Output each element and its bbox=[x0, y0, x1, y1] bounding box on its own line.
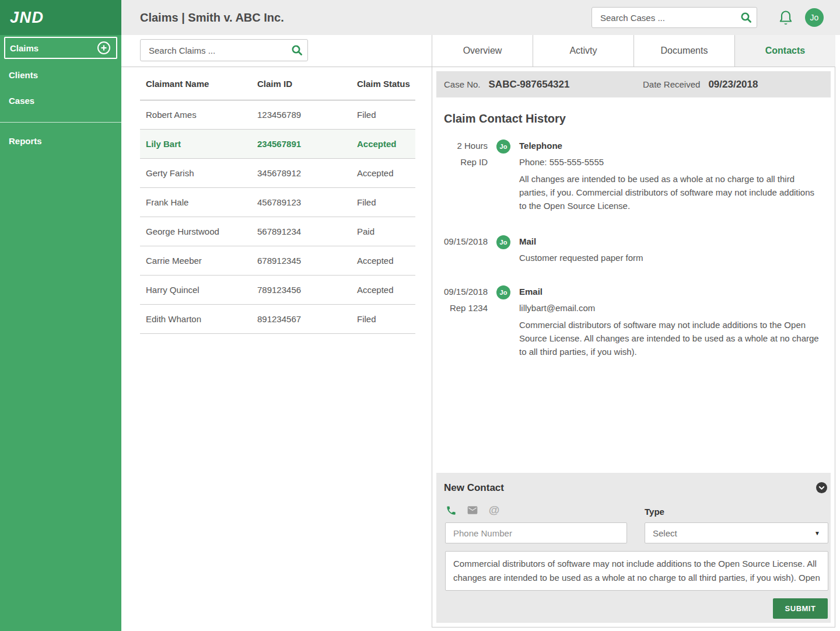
entry-content: TelephonePhone: 555-555-5555All changes … bbox=[519, 140, 826, 212]
collapse-chevron-icon[interactable] bbox=[816, 482, 827, 493]
contact-type: Mail bbox=[519, 235, 826, 248]
claims-search-row bbox=[121, 35, 432, 67]
entry-content: MailCustomer requested paper form bbox=[519, 235, 826, 263]
claimant-name-cell: Gerty Farish bbox=[140, 168, 251, 178]
contact-note: All changes are intended to be used as a… bbox=[519, 172, 824, 212]
user-avatar[interactable]: Jo bbox=[805, 8, 824, 27]
claim-status-cell: Accepted bbox=[351, 168, 415, 178]
entry-meta: 09/15/2018Rep 1234 bbox=[444, 285, 488, 358]
logo-area: JND bbox=[0, 0, 121, 35]
case-number: SABC-987654321 bbox=[489, 79, 570, 90]
claim-status-cell: Accepted bbox=[351, 256, 415, 266]
sidebar-item-reports[interactable]: Reports bbox=[0, 136, 121, 146]
date-received-label: Date Received bbox=[643, 79, 700, 89]
case-info-bar: Case No. SABC-987654321 Date Received 09… bbox=[436, 71, 831, 97]
case-no-label: Case No. bbox=[444, 79, 481, 89]
jnd-logo: JND bbox=[10, 9, 44, 27]
caret-down-icon: ▼ bbox=[814, 530, 820, 536]
claimant-name-cell: George Hurstwood bbox=[140, 226, 251, 236]
avatar: Jo bbox=[496, 285, 510, 299]
tab-documents[interactable]: Documents bbox=[634, 35, 734, 67]
entry-content: Emaillillybart@email.comCommercial distr… bbox=[519, 285, 826, 358]
new-contact-title: New Contact bbox=[444, 482, 504, 494]
claim-contact-history: Claim Contact History 2 HoursRep IDJoTel… bbox=[444, 112, 826, 381]
claim-status-cell: Filed bbox=[351, 110, 415, 120]
claim-id-cell: 345678912 bbox=[251, 168, 351, 178]
type-label: Type bbox=[645, 507, 664, 517]
claim-id-cell: 678912345 bbox=[251, 256, 351, 266]
entry-rep-id: Rep 1234 bbox=[444, 303, 488, 313]
contact-type: Email bbox=[519, 285, 826, 298]
entry-time: 09/15/2018 bbox=[444, 235, 488, 248]
search-icon[interactable] bbox=[286, 44, 307, 57]
claim-id-cell: 789123456 bbox=[251, 285, 351, 295]
claimant-name-cell: Frank Hale bbox=[140, 197, 251, 207]
claim-status-cell: Filed bbox=[351, 197, 415, 207]
contact-message-textarea[interactable]: Commercial distributors of software may … bbox=[445, 551, 828, 591]
table-row[interactable]: Frank Hale456789123Filed bbox=[140, 188, 415, 217]
claimant-name-cell: Edith Wharton bbox=[140, 314, 251, 324]
claimant-name-cell: Lily Bart bbox=[140, 139, 251, 149]
search-icon[interactable] bbox=[736, 11, 757, 24]
tab-overview[interactable]: Overview bbox=[432, 35, 533, 67]
contact-history-list: 2 HoursRep IDJoTelephonePhone: 555-555-5… bbox=[444, 140, 826, 358]
sidebar-item-claims[interactable]: Claims bbox=[4, 37, 117, 59]
claims-panel: Claimant NameClaim IDClaim Status Robert… bbox=[121, 35, 432, 631]
add-claim-icon[interactable] bbox=[97, 41, 111, 55]
date-received-value: 09/23/2018 bbox=[708, 79, 758, 90]
column-header: Claim ID bbox=[251, 79, 351, 89]
claim-id-cell: 891234567 bbox=[251, 314, 351, 324]
tab-contacts[interactable]: Contacts bbox=[734, 35, 835, 67]
claims-table: Claimant NameClaim IDClaim Status Robert… bbox=[140, 67, 415, 334]
at-icon[interactable]: @ bbox=[488, 504, 500, 516]
tab-bar: OverviewActivtyDocumentsContacts bbox=[432, 35, 835, 67]
notifications-bell-icon[interactable] bbox=[777, 9, 794, 27]
contact-type: Telephone bbox=[519, 140, 826, 152]
phone-number-input[interactable] bbox=[445, 522, 627, 543]
claimant-name-cell: Robert Ames bbox=[140, 110, 251, 120]
history-entry: 2 HoursRep IDJoTelephonePhone: 555-555-5… bbox=[444, 140, 826, 212]
claim-status-cell: Accepted bbox=[351, 139, 415, 149]
section-title: Claim Contact History bbox=[444, 112, 826, 125]
avatar: Jo bbox=[496, 235, 510, 249]
column-header: Claimant Name bbox=[140, 79, 251, 89]
claims-table-body: Robert Ames123456789FiledLily Bart234567… bbox=[140, 100, 415, 334]
claims-table-header: Claimant NameClaim IDClaim Status bbox=[140, 67, 415, 100]
search-cases-input[interactable] bbox=[592, 13, 736, 23]
table-row[interactable]: Edith Wharton891234567Filed bbox=[140, 305, 415, 334]
mail-icon[interactable] bbox=[467, 504, 478, 516]
submit-button[interactable]: SUBMIT bbox=[773, 598, 828, 619]
history-entry: 09/15/2018Rep 1234JoEmaillillybart@email… bbox=[444, 285, 826, 358]
column-header: Claim Status bbox=[351, 79, 415, 89]
contact-method-icons: @ bbox=[445, 504, 500, 516]
table-row[interactable]: Lily Bart234567891Accepted bbox=[140, 130, 415, 159]
claim-status-cell: Filed bbox=[351, 314, 415, 324]
tab-activty[interactable]: Activty bbox=[533, 35, 634, 67]
entry-time: 09/15/2018 bbox=[444, 285, 488, 298]
entry-rep-id: Rep ID bbox=[444, 157, 488, 167]
entry-time: 2 Hours bbox=[444, 140, 488, 152]
sidebar: JND Claims Clients Cases Reports bbox=[0, 0, 121, 631]
phone-icon[interactable] bbox=[445, 504, 457, 516]
history-entry: 09/15/2018JoMailCustomer requested paper… bbox=[444, 235, 826, 263]
claim-status-cell: Accepted bbox=[351, 285, 415, 295]
sidebar-item-cases[interactable]: Cases bbox=[0, 96, 121, 106]
search-claims-input[interactable] bbox=[141, 46, 286, 55]
new-contact-section: New Contact @ Type S bbox=[436, 473, 831, 623]
contact-detail-panel: Case No. SABC-987654321 Date Received 09… bbox=[432, 67, 835, 627]
sidebar-item-label: Claims bbox=[10, 43, 38, 53]
search-claims-box bbox=[140, 39, 308, 61]
app-header: Claims | Smith v. ABC Inc. Jo bbox=[121, 0, 840, 35]
entry-meta: 2 HoursRep ID bbox=[444, 140, 488, 212]
entry-meta: 09/15/2018 bbox=[444, 235, 488, 263]
table-row[interactable]: Carrie Meeber678912345Accepted bbox=[140, 246, 415, 276]
sidebar-item-clients[interactable]: Clients bbox=[0, 70, 121, 80]
contact-detail: lillybart@email.com bbox=[519, 303, 826, 313]
contact-note: Commercial distributors of software may … bbox=[519, 318, 824, 358]
type-select[interactable]: Select ▼ bbox=[645, 522, 828, 543]
table-row[interactable]: Robert Ames123456789Filed bbox=[140, 100, 415, 130]
table-row[interactable]: Gerty Farish345678912Accepted bbox=[140, 159, 415, 188]
table-row[interactable]: George Hurstwood567891234Paid bbox=[140, 217, 415, 246]
claim-id-cell: 456789123 bbox=[251, 197, 351, 207]
table-row[interactable]: Harry Quincel789123456Accepted bbox=[140, 276, 415, 305]
